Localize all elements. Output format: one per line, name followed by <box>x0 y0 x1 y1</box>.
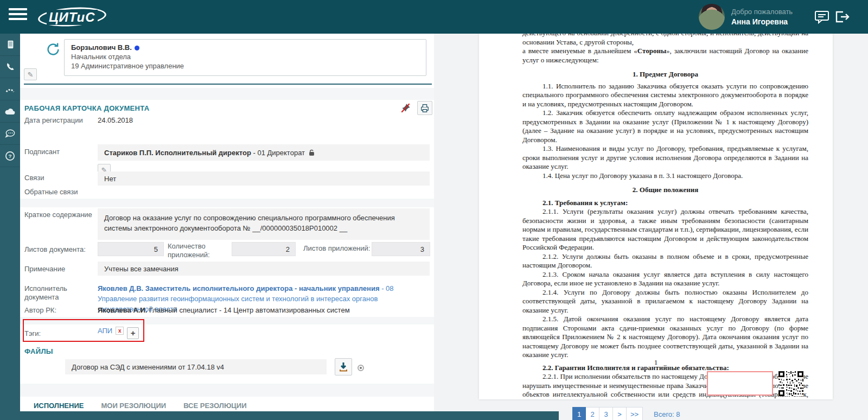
messages-icon[interactable] <box>814 9 830 25</box>
executor-name: Яковлев Д.В. Заместитель исполнительного… <box>98 284 380 292</box>
doc-paragraph: 2.1.4. Услуги по Договору должны быть по… <box>522 288 808 315</box>
doc-paragraph: 1.4. Цена услуг по Договору указана в п.… <box>522 171 808 181</box>
page-last-button[interactable]: >> <box>627 407 643 420</box>
card-title: РАБОЧАЯ КАРТОЧКА ДОКУМЕНТА <box>24 104 149 112</box>
doc-paragraph: 2.1.3. Сроком начала оказания услуг явля… <box>522 270 808 288</box>
registration-date-value: 24.05.2018 <box>98 116 133 124</box>
tag-link[interactable]: АПИ <box>98 327 112 335</box>
file-name[interactable]: Договор на СЭД с изменениями от 17.04.18… <box>65 359 327 374</box>
doc-paragraph: 2.1.2. Услуги должны быть оказаны в полн… <box>522 252 808 270</box>
summary-value: Договор на оказание услуг по сопровожден… <box>98 208 430 240</box>
printer-icon <box>420 103 430 113</box>
print-button[interactable] <box>417 101 432 115</box>
download-file-button[interactable] <box>335 358 352 376</box>
cloud-icon[interactable] <box>0 100 20 123</box>
help-icon[interactable]: ? <box>0 145 20 167</box>
backlinks-label: Обратные связи <box>24 188 78 196</box>
section-divider <box>24 84 432 85</box>
author-value: Яковлева А.И. Главный специалист - 14 Це… <box>98 306 350 314</box>
summary-label: Краткое содержание <box>24 211 92 219</box>
remove-tag-button[interactable]: x <box>116 327 124 335</box>
left-icon-sidebar: ? <box>0 34 20 420</box>
app-header: ЦИТиС Добро пожаловать Анна Игоревна <box>0 0 868 34</box>
section-spacer <box>20 199 434 207</box>
doc-paragraph: 1.3. Наименования и виды услуг по Догово… <box>522 144 808 171</box>
user-avatar[interactable] <box>699 4 725 30</box>
signer-unit: - 01 Директорат <box>251 149 305 157</box>
doc-paragraph: 1.2. Заказчик обязуется обеспечить оплат… <box>522 109 808 144</box>
doc-heading: 2. Общие положения <box>522 186 808 195</box>
horizontal-scrollbar[interactable] <box>0 411 559 420</box>
author-unit: Главный специалист - 14 Центр автоматизи… <box>147 306 349 314</box>
signer-label: Подписант <box>24 148 60 156</box>
page-next-button[interactable]: > <box>613 407 627 420</box>
download-icon <box>338 361 349 372</box>
files-section-title: ФАЙЛЫ <box>24 347 53 355</box>
status-dot <box>135 46 139 50</box>
tags-row: АПИx+ <box>98 327 139 339</box>
links-value: Нет <box>98 171 430 186</box>
doc-paragraph: 1.1. Исполнитель по заданию Заказчика об… <box>522 82 808 109</box>
signer-name: Стариков П.П. Исполнительный директор <box>104 149 251 157</box>
doc-paragraph: 2.1.5. Датой окончания оказания услуг по… <box>522 315 808 360</box>
attachments-count-value: 2 <box>232 242 296 256</box>
document-page: действующего на основании доверенности, … <box>479 34 833 399</box>
user-name: Анна Игоревна <box>731 17 793 27</box>
app-logo: ЦИТиС <box>38 4 108 29</box>
unlock-icon <box>308 149 315 156</box>
welcome-label: Добро пожаловать <box>731 7 793 17</box>
attachment-sheets-label: Листов приложений: <box>303 244 370 253</box>
file-radio[interactable] <box>358 365 364 371</box>
approver-position: Начальник отдела <box>71 52 419 61</box>
phone-icon[interactable] <box>0 56 20 78</box>
approver-department: 19 Административное управление <box>71 61 419 71</box>
attachments-count-label: Количество приложений: <box>168 242 222 259</box>
tablet-icon[interactable] <box>0 34 20 56</box>
stamp-placeholder-rect <box>707 371 773 396</box>
note-value: Учтены все замечания <box>98 262 430 276</box>
signer-value: Стариков П.П. Исполнительный директор - … <box>98 144 430 161</box>
refresh-icon[interactable] <box>45 41 62 59</box>
author-name: Яковлева А.И. <box>98 306 147 314</box>
arc-icon[interactable] <box>0 78 20 100</box>
hamburger-menu-icon[interactable] <box>9 8 27 21</box>
attachment-sheets-value: 3 <box>372 242 430 256</box>
registration-date-label: Дата регистрации <box>24 116 83 125</box>
executor-label: Исполнитель документа <box>24 284 84 302</box>
unpin-icon[interactable] <box>400 102 413 115</box>
doc-subheading: 2.1. Требования к услугам: <box>522 199 808 208</box>
add-tag-button[interactable]: + <box>127 327 139 339</box>
qr-code <box>778 371 803 396</box>
links-label: Связи <box>24 174 44 182</box>
doc-heading: 1. Предмет Договора <box>522 70 808 79</box>
sheets-value: 5 <box>98 242 164 256</box>
pages-total-label: Всего: 8 <box>654 410 680 418</box>
chat-bubble-icon[interactable] <box>0 123 20 145</box>
edit-approvers-button[interactable]: ✎ <box>24 68 37 80</box>
doc-paragraph: а вместе именуемые в дальнейшем «Стороны… <box>522 47 808 65</box>
doc-paragraph: действующего на основании доверенности, … <box>522 34 808 47</box>
document-preview-panel: действующего на основании доверенности, … <box>434 34 868 420</box>
page-button-2[interactable]: 2 <box>586 407 599 420</box>
section-spacer <box>20 88 434 100</box>
preview-pagination: 1 2 3 > >> <box>572 407 643 420</box>
tags-label: Тэги: <box>24 329 41 338</box>
svg-text:?: ? <box>8 153 11 159</box>
document-card-pane: Борзылович В.В. Начальник отдела 19 Адми… <box>20 34 434 420</box>
sheets-label: Листов документа: <box>24 245 86 254</box>
note-label: Примечание <box>24 265 65 273</box>
page-number: 1 <box>479 358 833 367</box>
approver-name: Борзылович В.В. <box>71 43 132 52</box>
approver-card[interactable]: Борзылович В.В. Начальник отдела 19 Адми… <box>64 39 426 76</box>
logo-text: ЦИТиС <box>47 10 98 25</box>
author-label: Автор РК: <box>24 306 56 315</box>
welcome-block: Добро пожаловать Анна Игоревна <box>731 7 793 27</box>
page-button-3[interactable]: 3 <box>599 407 613 420</box>
document-text: действующего на основании доверенности, … <box>479 34 833 399</box>
doc-paragraph: 2.1.1. Услуги (результаты оказания услуг… <box>522 207 808 252</box>
pencil-icon: ✎ <box>28 71 34 79</box>
logout-icon[interactable] <box>833 9 850 25</box>
section-spacer <box>20 384 434 397</box>
page-button-1[interactable]: 1 <box>572 407 586 420</box>
